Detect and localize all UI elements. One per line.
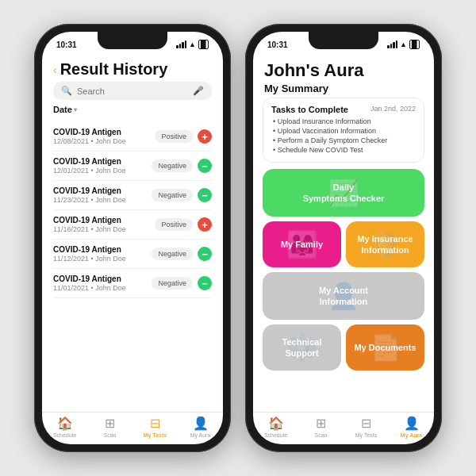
result-action-btn[interactable]: − — [198, 276, 212, 290]
notch — [98, 32, 167, 49]
test-row: COVID-19 Antigen 11/16/2021 • John Doe P… — [53, 210, 212, 240]
test-name: COVID-19 Antigen — [53, 216, 155, 225]
right-phone: 10:31 ▲ ▉ John's Aura My Summary — [245, 24, 442, 452]
card-documents[interactable]: 📄 My Documents — [346, 324, 424, 370]
search-bar[interactable]: 🔍 🎤 — [53, 82, 212, 100]
task-item: • Schedule New COVID Test — [271, 146, 416, 154]
card-row: 👤 My AccountInformation — [263, 272, 424, 320]
result-badge: Negative — [152, 277, 193, 290]
mic-icon[interactable]: 🎤 — [193, 86, 204, 96]
test-row: COVID-19 Antigen 11/23/2021 • John Doe N… — [53, 181, 212, 210]
result-badge: Negative — [152, 248, 193, 260]
tab-icon: 🏠 — [57, 416, 73, 431]
card-account[interactable]: 👤 My AccountInformation — [263, 272, 424, 320]
test-date: 11/01/2021 • John Doe — [53, 284, 152, 292]
test-right: Negative − — [152, 247, 212, 261]
result-action-btn[interactable]: + — [198, 129, 212, 144]
test-list-container: COVID-19 Antigen 12/08/2021 • John Doe P… — [42, 122, 223, 412]
test-info: COVID-19 Antigen 11/01/2021 • John Doe — [53, 274, 152, 292]
tasks-header: Tasks to Complete Jan 2nd, 2022 — [271, 105, 416, 114]
tab-icon: 🏠 — [268, 416, 284, 431]
tab-label: My Tests — [144, 432, 167, 438]
back-icon[interactable]: ‹ — [53, 63, 57, 76]
result-history-header: ‹ Result History 🔍 🎤 Date ▾ — [42, 54, 223, 122]
tab-my-aura-right[interactable]: 👤 My Aura — [389, 416, 434, 438]
result-badge: Positive — [155, 130, 193, 143]
test-row: COVID-19 Antigen 12/01/2021 • John Doe N… — [53, 152, 212, 181]
tab-label: My Aura — [190, 432, 211, 438]
test-name: COVID-19 Antigen — [53, 157, 152, 166]
result-action-btn[interactable]: + — [198, 217, 212, 232]
search-icon: 🔍 — [61, 86, 72, 96]
tasks-box: Tasks to Complete Jan 2nd, 2022 • Upload… — [263, 98, 424, 163]
time-right: 10:31 — [267, 40, 288, 49]
test-right: Negative − — [152, 276, 212, 290]
test-right: Negative − — [152, 188, 212, 202]
card-label: DailySymptoms Checker — [303, 182, 385, 205]
tab-schedule-left[interactable]: 🏠 Schedule — [42, 416, 87, 438]
tab-scan-left[interactable]: ⊞ Scan — [87, 416, 132, 438]
card-insurance[interactable]: 🛡️ My InsuranceInformation — [346, 221, 424, 267]
result-action-btn[interactable]: − — [198, 247, 212, 261]
test-row: COVID-19 Antigen 12/08/2021 • John Doe P… — [53, 122, 212, 152]
aura-title: John's Aura — [264, 60, 423, 81]
back-row: ‹ Result History — [53, 60, 212, 79]
test-info: COVID-19 Antigen 12/08/2021 • John Doe — [53, 128, 155, 145]
tasks-title: Tasks to Complete — [271, 105, 348, 114]
result-action-btn[interactable]: − — [198, 188, 212, 202]
card-row: 👨‍👩‍👧 My Family 🛡️ My InsuranceInformati… — [263, 221, 424, 267]
tab-icon: ⊟ — [150, 416, 160, 431]
card-label: My InsuranceInformation — [357, 233, 413, 256]
tab-schedule-right[interactable]: 🏠 Schedule — [253, 416, 298, 438]
test-right: Positive + — [155, 217, 212, 232]
chevron-down-icon: ▾ — [74, 106, 77, 113]
my-summary-label: My Summary — [264, 83, 423, 94]
test-date: 11/16/2021 • John Doe — [53, 225, 155, 233]
tab-my-aura-left[interactable]: 👤 My Aura — [178, 416, 223, 438]
tab-label: Schedule — [264, 432, 287, 438]
result-action-btn[interactable]: − — [198, 159, 212, 173]
tab-my-tests-right[interactable]: ⊟ My Tests — [344, 416, 389, 438]
tab-icon: ⊟ — [361, 416, 371, 431]
test-date: 12/08/2021 • John Doe — [53, 137, 155, 145]
status-icons-left: ▲ ▉ — [176, 40, 209, 49]
task-item: • Upload Vaccination Information — [271, 127, 416, 135]
signal-icon — [176, 40, 186, 48]
card-label: TechnicalSupport — [282, 336, 322, 359]
card-row: ⚙️ TechnicalSupport 📄 My Documents — [263, 324, 424, 370]
card-family[interactable]: 👨‍👩‍👧 My Family — [263, 221, 341, 267]
page-title-left: Result History — [60, 60, 168, 79]
test-info: COVID-19 Antigen 11/23/2021 • John Doe — [53, 186, 152, 204]
tab-bar-left: 🏠 Schedule ⊞ Scan ⊟ My Tests 👤 My Aura — [42, 412, 223, 444]
test-list: COVID-19 Antigen 12/08/2021 • John Doe P… — [53, 122, 212, 298]
tab-icon: ⊞ — [105, 416, 115, 431]
test-date: 12/01/2021 • John Doe — [53, 167, 152, 175]
notch-right — [309, 32, 378, 49]
card-daily-symptoms[interactable]: 📈 DailySymptoms Checker — [263, 169, 424, 217]
tab-icon: 👤 — [404, 416, 420, 431]
card-technical[interactable]: ⚙️ TechnicalSupport — [263, 324, 341, 370]
test-name: COVID-19 Antigen — [53, 274, 152, 283]
task-item: • Upload Insurance Information — [271, 117, 416, 125]
tab-bar-right: 🏠 Schedule ⊞ Scan ⊟ My Tests 👤 My Aura — [253, 412, 434, 444]
card-label: My Family — [281, 239, 323, 250]
test-info: COVID-19 Antigen 12/01/2021 • John Doe — [53, 157, 152, 175]
tab-scan-right[interactable]: ⊞ Scan — [298, 416, 344, 438]
tab-label: My Aura — [401, 432, 422, 438]
result-badge: Negative — [152, 189, 193, 202]
test-row: COVID-19 Antigen 11/12/2021 • John Doe N… — [53, 240, 212, 269]
task-list: • Upload Insurance Information• Upload V… — [271, 117, 416, 154]
search-input[interactable] — [77, 86, 188, 96]
tab-label: Scan — [315, 432, 328, 438]
test-name: COVID-19 Antigen — [53, 128, 155, 136]
test-info: COVID-19 Antigen 11/16/2021 • John Doe — [53, 216, 155, 233]
test-name: COVID-19 Antigen — [53, 186, 152, 195]
card-label: My AccountInformation — [319, 285, 368, 308]
left-screen-content: ‹ Result History 🔍 🎤 Date ▾ COVID-19 Ant… — [42, 54, 223, 444]
date-filter[interactable]: Date ▾ — [53, 105, 212, 114]
tasks-date: Jan 2nd, 2022 — [370, 105, 416, 114]
tab-label: My Tests — [355, 432, 378, 438]
wifi-icon-right: ▲ — [400, 40, 407, 48]
tab-my-tests-left[interactable]: ⊟ My Tests — [132, 416, 178, 438]
test-date: 11/23/2021 • John Doe — [53, 196, 152, 204]
